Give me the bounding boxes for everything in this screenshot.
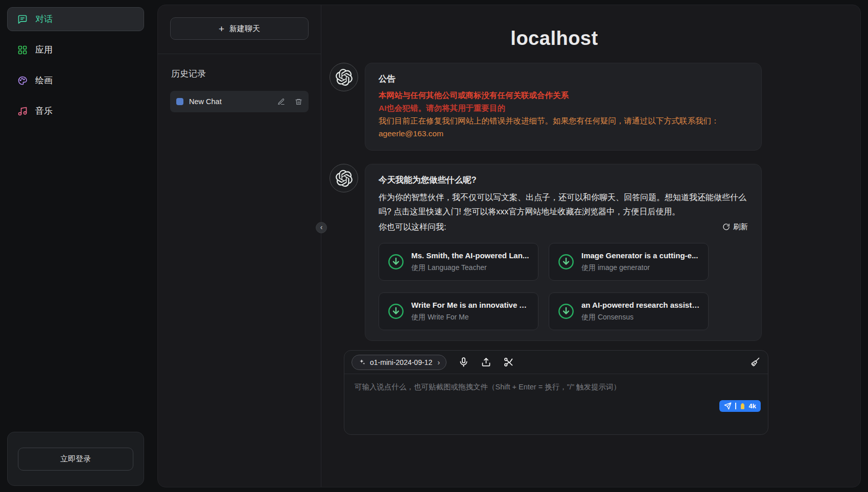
suggestion-card[interactable]: Image Generator is a cutting-e... 使用 ima… bbox=[549, 243, 709, 281]
openai-logo-icon bbox=[336, 170, 353, 187]
scissors-button[interactable] bbox=[503, 357, 514, 367]
suggestion-card[interactable]: an AI-powered research assista... 使用 Con… bbox=[549, 292, 709, 330]
composer-toolbar: o1-mini-2024-09-12 › bbox=[344, 351, 768, 374]
welcome-body: 作为你的智慧伙伴，我不仅可以写文案、出点子，还可以和你聊天、回答问题。想知道我还… bbox=[379, 190, 748, 218]
battery-icon bbox=[740, 403, 745, 410]
suggestion-title: an AI-powered research assista... bbox=[581, 301, 700, 309]
suggestion-title: Ms. Smith, the AI-powered Lan... bbox=[411, 251, 529, 260]
token-count: 4k bbox=[749, 402, 756, 410]
sparkle-icon bbox=[358, 358, 366, 366]
edit-icon[interactable] bbox=[277, 98, 285, 106]
delete-icon[interactable] bbox=[295, 98, 302, 106]
refresh-suggestions-button[interactable]: 刷新 bbox=[722, 222, 748, 232]
refresh-icon bbox=[722, 223, 730, 231]
history-panel: + 新建聊天 历史记录 New Chat bbox=[158, 5, 321, 487]
model-selector[interactable]: o1-mini-2024-09-12 › bbox=[351, 355, 447, 370]
assistant-avatar bbox=[330, 63, 358, 91]
circle-arrow-down-icon bbox=[387, 303, 405, 320]
suggestion-title: Image Generator is a cutting-e... bbox=[581, 251, 698, 260]
send-plane-icon bbox=[724, 402, 732, 410]
announcement-bubble: 公告 本网站与任何其他公司或商标没有任何关联或合作关系 AI也会犯错。请勿将其用… bbox=[365, 63, 762, 151]
sidebar-item-chat[interactable]: 对话 bbox=[7, 7, 144, 31]
suggestion-subtitle: 使用 image generator bbox=[581, 263, 698, 273]
suggestion-card[interactable]: Ms. Smith, the AI-powered Lan... 使用 Lang… bbox=[379, 243, 538, 281]
history-body: 历史记录 New Chat bbox=[158, 54, 321, 112]
composer: o1-mini-2024-09-12 › bbox=[344, 350, 768, 435]
sidebar-item-label: 音乐 bbox=[35, 105, 53, 117]
new-chat-button[interactable]: + 新建聊天 bbox=[170, 17, 309, 40]
collapse-sidebar-button[interactable]: ‹ bbox=[316, 222, 327, 233]
chevron-left-icon: ‹ bbox=[320, 224, 323, 231]
circle-arrow-down-icon bbox=[557, 253, 575, 270]
new-chat-label: 新建聊天 bbox=[229, 24, 260, 34]
chat-bubble-icon bbox=[17, 14, 28, 24]
chat-panel: localhost 公告 本网站与任何其他公司或商标没有任何关联或合作关系 AI… bbox=[321, 5, 860, 487]
sidebar-item-drawing[interactable]: 绘画 bbox=[7, 68, 144, 92]
openai-logo-icon bbox=[336, 69, 353, 86]
model-label: o1-mini-2024-09-12 bbox=[370, 358, 432, 366]
suggestion-grid: Ms. Smith, the AI-powered Lan... 使用 Lang… bbox=[379, 243, 748, 330]
suggestion-card[interactable]: Write For Me is an innovative A... 使用 Wr… bbox=[379, 292, 538, 330]
welcome-heading: 今天我能为您做些什么呢? bbox=[379, 175, 748, 186]
page-title: localhost bbox=[330, 28, 779, 50]
message-input[interactable]: 可输入说点什么，也可贴截图或拖拽文件（Shift + Enter = 换行，"/… bbox=[344, 374, 768, 434]
ask-hint: 你也可以这样问我: bbox=[379, 220, 446, 234]
sidebar-item-label: 应用 bbox=[35, 44, 53, 56]
main-container: + 新建聊天 历史记录 New Chat bbox=[157, 5, 861, 487]
sidebar-item-music[interactable]: 音乐 bbox=[7, 99, 144, 123]
send-token-badge[interactable]: 4k bbox=[719, 400, 761, 412]
microphone-button[interactable] bbox=[458, 357, 469, 367]
suggestion-subtitle: 使用 Write For Me bbox=[411, 313, 530, 322]
login-button[interactable]: 立即登录 bbox=[18, 448, 133, 471]
history-heading: 历史记录 bbox=[171, 68, 308, 80]
history-top: + 新建聊天 bbox=[158, 5, 321, 54]
welcome-bubble: 今天我能为您做些什么呢? 作为你的智慧伙伴，我不仅可以写文案、出点子，还可以和你… bbox=[365, 164, 762, 341]
circle-arrow-down-icon bbox=[557, 303, 575, 320]
palette-icon bbox=[17, 76, 28, 86]
suggestion-title: Write For Me is an innovative A... bbox=[411, 301, 530, 309]
plus-icon: + bbox=[219, 24, 224, 34]
chat-color-swatch-icon bbox=[176, 98, 183, 105]
sidebar-item-label: 对话 bbox=[35, 13, 53, 25]
clear-context-broom-button[interactable] bbox=[750, 357, 761, 367]
history-item[interactable]: New Chat bbox=[170, 91, 309, 112]
login-panel: 立即登录 bbox=[7, 432, 144, 486]
assistant-avatar bbox=[330, 164, 358, 192]
chevron-right-icon: › bbox=[437, 358, 440, 366]
refresh-label: 刷新 bbox=[733, 222, 748, 232]
badge-divider bbox=[735, 403, 736, 409]
music-note-icon bbox=[17, 106, 28, 116]
suggestion-subtitle: 使用 Language Teacher bbox=[411, 263, 529, 273]
apps-grid-icon bbox=[17, 45, 28, 55]
input-placeholder: 可输入说点什么，也可贴截图或拖拽文件（Shift + Enter = 换行，"/… bbox=[355, 383, 621, 391]
circle-arrow-down-icon bbox=[387, 253, 405, 270]
sidebar-item-apps[interactable]: 应用 bbox=[7, 38, 144, 62]
suggestion-subtitle: 使用 Consensus bbox=[581, 313, 700, 322]
announcement-heading: 公告 bbox=[379, 73, 748, 85]
sidebar: 对话 应用 绘画 音乐 立即登录 bbox=[0, 0, 151, 492]
history-item-title: New Chat bbox=[189, 97, 222, 106]
upload-button[interactable] bbox=[481, 357, 491, 367]
contact-email[interactable]: ageerle@163.com bbox=[379, 127, 748, 140]
message-welcome: 今天我能为您做些什么呢? 作为你的智慧伙伴，我不仅可以写文案、出点子，还可以和你… bbox=[330, 164, 762, 341]
announcement-line: 本网站与任何其他公司或商标没有任何关联或合作关系 bbox=[379, 89, 748, 102]
announcement-line: 我们目前正在修复我们网站上的错误并改进细节。如果您有任何疑问，请通过以下方式联系… bbox=[379, 114, 748, 127]
announcement-line: AI也会犯错。请勿将其用于重要目的 bbox=[379, 102, 748, 114]
sidebar-item-label: 绘画 bbox=[35, 75, 53, 86]
message-announcement: 公告 本网站与任何其他公司或商标没有任何关联或合作关系 AI也会犯错。请勿将其用… bbox=[330, 63, 762, 151]
app-root: 对话 应用 绘画 音乐 立即登录 bbox=[0, 0, 868, 492]
